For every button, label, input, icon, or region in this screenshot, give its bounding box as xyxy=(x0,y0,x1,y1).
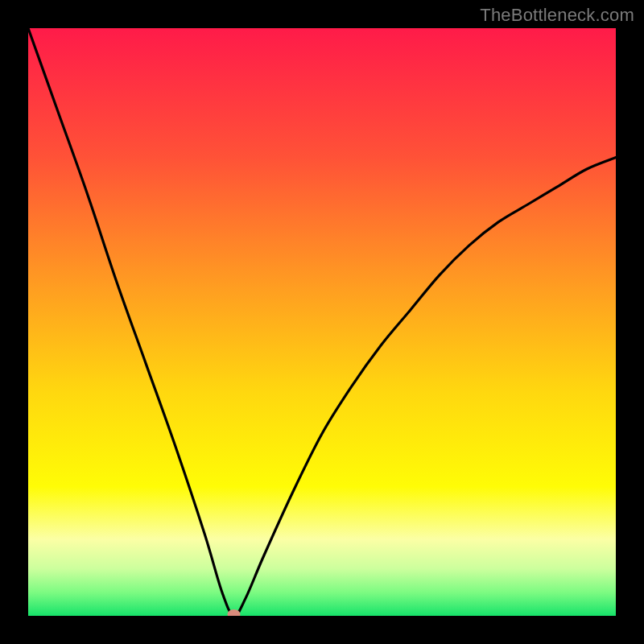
bottleneck-curve xyxy=(28,28,616,616)
chart-frame: TheBottleneck.com xyxy=(0,0,644,644)
curve-layer xyxy=(28,28,616,616)
plot-area xyxy=(28,28,616,616)
watermark-text: TheBottleneck.com xyxy=(480,5,634,26)
